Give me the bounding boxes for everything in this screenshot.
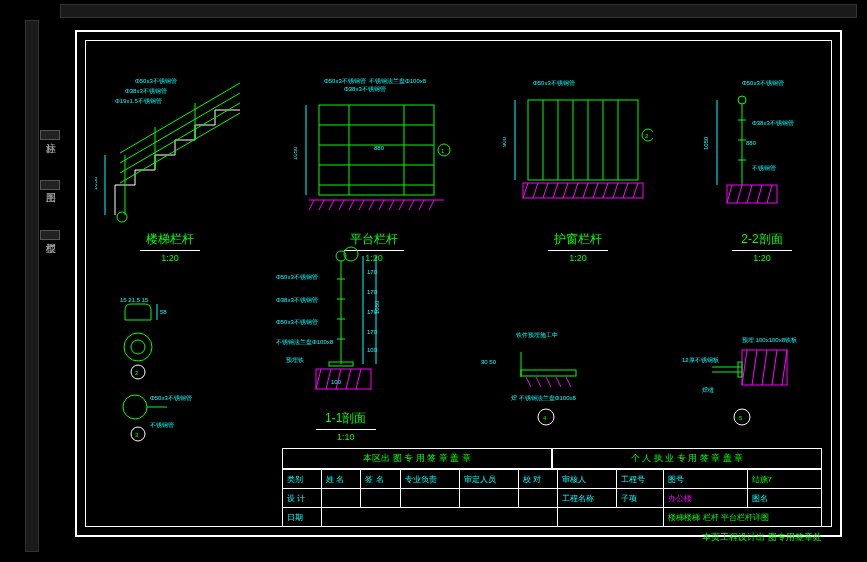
dim: 880 xyxy=(746,140,757,146)
svg-line-41 xyxy=(523,183,528,198)
svg-line-29 xyxy=(429,200,434,210)
cell xyxy=(518,489,557,508)
label: Φ38x3不锈钢管 xyxy=(125,88,167,94)
drawing-row-2: 15 21.5 15 58 2 Φ50x3不锈钢管 不锈钢管 xyxy=(95,263,822,442)
svg-point-72 xyxy=(123,395,147,419)
label: 3 xyxy=(135,432,139,438)
cell: 图名 xyxy=(747,489,821,508)
svg-point-8 xyxy=(117,212,127,222)
svg-line-28 xyxy=(419,200,424,210)
side-tabs: 标注 图层 模型 xyxy=(40,130,60,240)
drawing-row-1: Φ50x3不锈钢管 Φ38x3不锈钢管 Φ19x1.5不锈钢管 xyxy=(95,45,822,263)
svg-point-69 xyxy=(124,333,152,361)
side-tab-0[interactable]: 标注 xyxy=(40,130,60,140)
label: 2 xyxy=(135,370,139,376)
svg-line-44 xyxy=(553,183,558,198)
dim: 1050 xyxy=(374,300,380,314)
svg-line-88 xyxy=(346,369,351,389)
dim: 900 xyxy=(503,137,507,148)
diagram-stair-railing: Φ50x3不锈钢管 Φ38x3不锈钢管 Φ19x1.5不锈钢管 xyxy=(95,75,245,263)
label: 预埋 100x100x8铁板 xyxy=(742,337,797,343)
svg-line-66 xyxy=(767,185,772,203)
svg-line-64 xyxy=(747,185,752,203)
svg-line-102 xyxy=(762,350,767,385)
svg-text:1: 1 xyxy=(441,148,445,154)
cell: 设 计 xyxy=(283,489,322,508)
label: Φ50x3不锈钢管 xyxy=(276,274,318,280)
side-tab-1[interactable]: 图层 xyxy=(40,180,60,190)
vertical-ruler[interactable] xyxy=(25,20,39,552)
svg-line-23 xyxy=(369,200,374,210)
scale-text: 1:20 xyxy=(140,253,200,263)
svg-line-42 xyxy=(533,183,538,198)
diagram-detail-5: 预埋 100x100x8铁板 12厚不锈钢板 焊缝 5 xyxy=(672,322,822,442)
svg-line-47 xyxy=(583,183,588,198)
svg-line-65 xyxy=(757,185,762,203)
label: Φ50x3不锈钢管 xyxy=(742,80,784,86)
label: Φ38x3不锈钢管 xyxy=(752,120,794,126)
svg-line-62 xyxy=(727,185,732,203)
svg-text:2: 2 xyxy=(645,133,649,139)
dim: 100 xyxy=(331,379,342,385)
svg-line-22 xyxy=(359,200,364,210)
cell: 签 名 xyxy=(361,470,400,489)
svg-line-85 xyxy=(316,369,321,389)
label: Φ50x3不锈钢管 xyxy=(150,395,192,401)
cell: 子项 xyxy=(616,489,664,508)
svg-line-25 xyxy=(389,200,394,210)
svg-line-51 xyxy=(623,183,628,198)
side-tab-2[interactable]: 模型 xyxy=(40,230,60,240)
cell: 审核人 xyxy=(557,470,616,489)
drawing-area[interactable]: Φ50x3不锈钢管 Φ38x3不锈钢管 Φ19x1.5不锈钢管 xyxy=(95,45,822,442)
cell xyxy=(322,489,361,508)
svg-line-48 xyxy=(593,183,598,198)
svg-line-104 xyxy=(782,350,787,385)
svg-line-97 xyxy=(566,377,571,387)
cell: 类别 xyxy=(283,470,322,489)
diagram-window-guard: Φ50x3不锈钢管 900 2 护窗栏杆 xyxy=(503,75,653,263)
diagram-detail-4: 铁件预埋施工中 30 50 焊 不锈钢法兰盘Φ100x8 4 xyxy=(476,322,616,442)
footer-note: 本页工程设计出 图专用签章处 xyxy=(702,531,822,544)
cad-viewport: 标注 图层 模型 Φ50x3不锈钢管 Φ38x3不锈钢管 Φ19x1.5不锈钢管 xyxy=(0,0,867,562)
svg-line-63 xyxy=(737,185,742,203)
label: 5 xyxy=(739,415,743,421)
svg-point-56 xyxy=(738,96,746,104)
label: Φ50x3不锈钢管 xyxy=(324,78,366,84)
label: Φ50x3不锈钢管 xyxy=(276,319,318,325)
svg-line-18 xyxy=(319,200,324,210)
svg-line-19 xyxy=(329,200,334,210)
label: 不锈钢法兰盘Φ100x8 xyxy=(276,338,334,345)
svg-line-49 xyxy=(603,183,608,198)
label: 不锈钢管 xyxy=(150,422,174,428)
dim: 880 xyxy=(374,145,385,151)
cell xyxy=(459,489,518,508)
label: 4 xyxy=(543,415,547,421)
svg-line-45 xyxy=(563,183,568,198)
title-text: 楼梯栏杆 xyxy=(140,231,200,248)
svg-line-94 xyxy=(536,377,541,387)
svg-line-26 xyxy=(399,200,404,210)
label: 焊缝 xyxy=(702,387,714,393)
cell: 工程名称 xyxy=(557,489,616,508)
label: 不锈钢管 xyxy=(752,165,776,171)
svg-line-100 xyxy=(742,350,747,385)
svg-line-93 xyxy=(526,377,531,387)
cell xyxy=(400,489,459,508)
cell-sheet-no: 结施7 xyxy=(747,470,821,489)
svg-line-24 xyxy=(379,200,384,210)
cell: 工程号 xyxy=(616,470,664,489)
svg-line-89 xyxy=(356,369,361,389)
svg-line-46 xyxy=(573,183,578,198)
dim: 15 21.5 15 xyxy=(120,297,149,303)
diagram-title: 楼梯栏杆 1:20 xyxy=(140,231,200,263)
horizontal-ruler[interactable] xyxy=(60,4,857,18)
cell-subitem: 办公楼 xyxy=(664,489,747,508)
label: Φ19x1.5不锈钢管 xyxy=(115,98,162,104)
svg-line-103 xyxy=(772,350,777,385)
title-text: 护窗栏杆 xyxy=(548,231,608,248)
svg-rect-92 xyxy=(521,370,576,376)
title-text: 1-1剖面 xyxy=(316,410,376,427)
label: Φ50x3不锈钢管 xyxy=(135,78,177,84)
svg-line-2 xyxy=(120,103,240,173)
svg-line-21 xyxy=(349,200,354,210)
